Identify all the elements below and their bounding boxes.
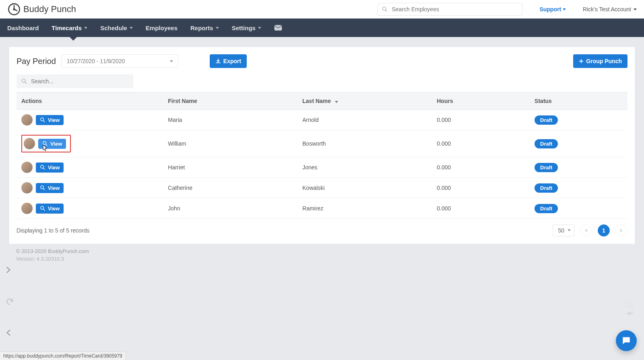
svg-line-3 — [14, 9, 17, 10]
chevron-down-icon — [216, 27, 219, 29]
sort-asc-icon — [335, 101, 338, 103]
avatar — [24, 138, 35, 149]
svg-line-8 — [25, 82, 27, 84]
chevron-right-icon — [620, 228, 623, 232]
hours-cell: 0.000 — [432, 110, 530, 130]
table-row: ViewMariaArnold0.000Draft — [17, 110, 627, 130]
page-size-select[interactable]: 50 — [553, 224, 574, 237]
envelope-icon — [274, 25, 282, 31]
view-button[interactable]: View — [38, 139, 66, 149]
page-prev-button[interactable] — [580, 224, 592, 237]
table-row: ViewJohnRamirez0.000Draft — [17, 198, 627, 219]
status-badge: Draft — [535, 183, 558, 193]
view-button-label: View — [50, 141, 62, 147]
account-menu[interactable]: Rick's Test Account — [583, 6, 637, 12]
last-name-cell: Bosworth — [297, 130, 432, 157]
nav-item-label: Schedule — [100, 25, 127, 31]
view-button-label: View — [48, 117, 60, 123]
col-status[interactable]: Status — [530, 93, 627, 110]
chevron-down-icon — [563, 8, 566, 10]
pagination-summary: Displaying 1 to 5 of 5 records — [17, 227, 89, 234]
table-search-input[interactable] — [17, 74, 133, 88]
first-name-cell: William — [163, 130, 297, 157]
nav-item-settings[interactable]: Settings — [232, 19, 261, 37]
nav-item-dashboard[interactable]: Dashboard — [7, 19, 39, 37]
svg-line-5 — [386, 10, 388, 12]
search-icon — [40, 206, 45, 211]
page-next-button[interactable] — [615, 224, 627, 237]
avatar — [21, 203, 33, 214]
table-row: ViewWilliamBosworth0.000Draft — [17, 130, 627, 157]
page-size-value: 50 — [558, 227, 564, 234]
account-label: Rick's Test Account — [583, 6, 631, 12]
col-first-name[interactable]: First Name — [163, 93, 297, 110]
col-last-name-label: Last Name — [302, 98, 331, 104]
search-icon — [21, 78, 27, 84]
search-employees-field[interactable] — [391, 6, 518, 13]
toolbar: Pay Period 10/27/2020 - 11/9/2020 Export… — [9, 54, 635, 68]
search-icon — [40, 185, 45, 191]
chevron-down-icon — [84, 27, 87, 29]
footer-version: Version: 4.3.20310.3 — [16, 256, 628, 262]
view-button-label: View — [48, 165, 60, 171]
support-label: Support — [539, 6, 561, 12]
view-button[interactable]: View — [36, 183, 64, 193]
topbar: Buddy Punch Support Rick's Test Account — [0, 0, 644, 19]
svg-point-4 — [383, 7, 386, 10]
search-employees-input[interactable] — [378, 3, 522, 16]
avatar — [21, 162, 33, 173]
nav-item-employees[interactable]: Employees — [146, 19, 178, 37]
export-button[interactable]: Export — [210, 54, 247, 68]
nav-item-label: Reports — [190, 25, 213, 31]
nav-item-reports[interactable]: Reports — [190, 19, 219, 37]
svg-point-7 — [22, 79, 25, 82]
support-link[interactable]: Support — [539, 6, 566, 12]
svg-line-14 — [43, 168, 45, 169]
footer: © 2013-2020 BuddyPunch.com Version: 4.3.… — [9, 244, 635, 262]
clock-logo-icon — [7, 2, 21, 16]
col-hours[interactable]: Hours — [432, 93, 530, 110]
avatar — [21, 182, 33, 193]
group-punch-label: Group Punch — [586, 58, 622, 64]
download-icon — [215, 58, 221, 64]
nav-active-indicator — [69, 37, 77, 41]
nav-messages[interactable] — [274, 19, 282, 37]
hours-cell: 0.000 — [432, 130, 530, 157]
pay-period-label: Pay Period — [17, 57, 56, 66]
last-name-cell: Kowalski — [297, 178, 432, 198]
nav-item-timecards[interactable]: Timecards — [52, 19, 87, 37]
search-icon — [42, 141, 48, 146]
search-icon — [382, 6, 388, 12]
chevron-down-icon — [170, 60, 173, 62]
avatar — [21, 114, 33, 125]
hours-cell: 0.000 — [432, 157, 530, 178]
view-button[interactable]: View — [36, 115, 64, 125]
view-button[interactable]: View — [36, 204, 64, 214]
svg-line-16 — [43, 189, 45, 190]
last-name-cell: Jones — [297, 157, 432, 178]
brand-logo[interactable]: Buddy Punch — [7, 2, 76, 16]
col-last-name[interactable]: Last Name — [297, 93, 432, 110]
table-row: ViewCatherineKowalski0.000Draft — [17, 178, 627, 198]
chevron-left-icon — [585, 228, 587, 232]
first-name-cell: Harriet — [163, 157, 297, 178]
status-badge: Draft — [535, 115, 558, 125]
primary-nav: DashboardTimecardsScheduleEmployeesRepor… — [0, 19, 644, 37]
pay-period-select[interactable]: 10/27/2020 - 11/9/2020 — [62, 54, 178, 68]
group-punch-button[interactable]: Group Punch — [573, 54, 627, 68]
table-search-field[interactable] — [30, 78, 128, 85]
first-name-cell: Catherine — [163, 178, 297, 198]
status-badge: Draft — [535, 204, 558, 213]
nav-item-label: Dashboard — [7, 25, 39, 31]
status-badge: Draft — [535, 163, 558, 172]
last-name-cell: Arnold — [297, 110, 432, 130]
first-name-cell: John — [163, 198, 297, 219]
view-button[interactable]: View — [36, 163, 64, 173]
col-actions[interactable]: Actions — [17, 93, 163, 110]
nav-item-schedule[interactable]: Schedule — [100, 19, 133, 37]
footer-copyright: © 2013-2020 BuddyPunch.com — [16, 248, 628, 254]
page-number-button[interactable]: 1 — [598, 224, 610, 237]
svg-line-12 — [46, 144, 47, 146]
chevron-down-icon — [634, 8, 637, 10]
highlighted-action: View — [21, 135, 71, 152]
